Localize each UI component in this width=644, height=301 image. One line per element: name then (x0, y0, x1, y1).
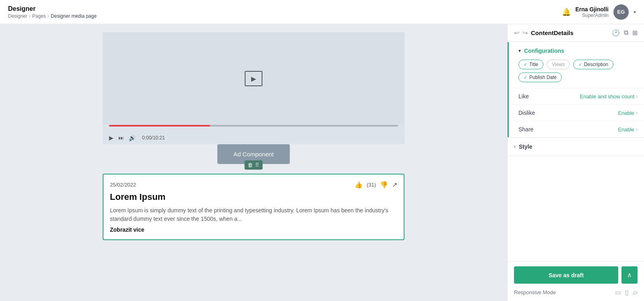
avatar[interactable]: EG (613, 4, 629, 20)
pill-views[interactable]: Views (547, 60, 570, 69)
save-row: Save as draft ∧ (514, 266, 638, 284)
pill-title-check-icon: ✓ (524, 62, 527, 67)
share-config-row[interactable]: Share Enable › (512, 121, 644, 137)
article-actions: 👍 (31) 👎 ↗ (355, 181, 397, 189)
ad-component-label: Ad Component (233, 151, 274, 158)
redo-button[interactable]: ↪ (522, 29, 528, 37)
volume-icon[interactable]: 🔊 (129, 135, 136, 141)
ad-actions: 🗑 ⠿ (244, 160, 262, 170)
pill-title-label: Title (529, 62, 538, 67)
content-area: ▶ ▶ ⏭ 🔊 0:00/10:21 Ad Component 🗑 ⠿ (0, 24, 507, 301)
video-controls: ▶ ⏭ 🔊 0:00/10:21 (103, 131, 405, 144)
breadcrumb-current: Designer media page (51, 13, 97, 19)
share-label: Share (518, 126, 533, 133)
ad-component: Ad Component 🗑 ⠿ (217, 144, 290, 164)
pill-description[interactable]: ✓ Description (573, 60, 613, 69)
right-panel: ↩ ↪ ContentDetails 🕐 ⧉ ⊞ ▾ Configur (507, 24, 644, 301)
panel-header-icons: 🕐 ⧉ ⊞ (612, 29, 638, 37)
video-player: ▶ ▶ ⏭ 🔊 0:00/10:21 (103, 32, 405, 144)
play-pause-button[interactable]: ▶ (109, 135, 114, 141)
dislike-value: Enable (618, 110, 634, 116)
configurations-title: Configurations (524, 48, 564, 54)
main-layout: ▶ ▶ ⏭ 🔊 0:00/10:21 Ad Component 🗑 ⠿ (0, 24, 644, 301)
ad-delete-icon[interactable]: 🗑 (248, 162, 253, 168)
pill-publish-date[interactable]: ✓ Publish Date (518, 73, 562, 82)
mobile-icon[interactable]: ▱ (633, 289, 638, 296)
panel-header: ↩ ↪ ContentDetails 🕐 ⧉ ⊞ (508, 24, 644, 42)
like-label: Like (518, 93, 529, 100)
breadcrumb-designer[interactable]: Designer (8, 13, 27, 19)
desktop-icon[interactable]: ▭ (615, 289, 621, 296)
style-title: Style (519, 143, 532, 150)
progress-fill (109, 125, 210, 127)
user-role: SuperAdmin (582, 12, 609, 18)
configurations-section: ▾ Configurations ✓ Title Views (508, 42, 644, 138)
configurations-header[interactable]: ▾ Configurations (512, 42, 644, 60)
pill-views-label: Views (552, 62, 565, 67)
like-config-row[interactable]: Like Enable and show count › (512, 88, 644, 104)
like-count: (31) (367, 182, 376, 188)
grid-icon[interactable]: ⊞ (632, 29, 638, 37)
user-dropdown-arrow[interactable]: ▾ (634, 9, 636, 15)
config-pills: ✓ Title Views ✓ Description ✓ (512, 60, 644, 88)
panel-title: ContentDetails (531, 29, 574, 36)
responsive-icons: ▭ ▯ ▱ (615, 289, 638, 296)
style-section[interactable]: › Style (508, 138, 644, 156)
dislike-label: Dislike (518, 110, 535, 116)
video-play-large-icon[interactable]: ▶ (245, 71, 262, 86)
like-value: Enable and show count (580, 93, 634, 100)
dislike-row-arrow-icon: › (636, 110, 638, 116)
panel-body: ▾ Configurations ✓ Title Views (508, 42, 644, 261)
video-progress (103, 125, 405, 131)
pill-publish-date-label: Publish Date (529, 75, 557, 80)
bottom-actions: Save as draft ∧ Responsive Mode ▭ ▯ ▱ (508, 261, 644, 301)
share-icon[interactable]: ↗ (392, 181, 397, 189)
video-screen[interactable]: ▶ (103, 32, 405, 125)
dislike-config-row[interactable]: Dislike Enable › (512, 104, 644, 121)
article-title: Lorem Ipsum (110, 192, 397, 202)
share-value: Enable (618, 127, 634, 133)
article-meta: 25/02/2022 👍 (31) 👎 ↗ (110, 181, 397, 189)
breadcrumb-sep2: › (47, 13, 49, 19)
style-collapse-icon: › (514, 144, 516, 149)
article-body: Lorem Ipsum is simply dummy text of the … (110, 206, 397, 223)
user-info: Erna Gjinolli SuperAdmin (576, 6, 609, 18)
undo-button[interactable]: ↩ (514, 29, 519, 37)
history-icon[interactable]: 🕐 (612, 29, 620, 37)
topbar-left: Designer Designer › Pages › Designer med… (8, 5, 97, 19)
user-name: Erna Gjinolli (576, 6, 609, 12)
topbar: Designer Designer › Pages › Designer med… (0, 0, 644, 24)
breadcrumb-pages[interactable]: Pages (32, 13, 46, 19)
video-time: 0:00/10:21 (142, 135, 165, 141)
like-icon[interactable]: 👍 (355, 181, 363, 189)
breadcrumb-sep1: › (29, 13, 31, 19)
responsive-mode-label: Responsive Mode (514, 289, 556, 295)
share-row-arrow-icon: › (636, 127, 638, 132)
config-accent-bar (508, 42, 509, 137)
progress-bar[interactable] (109, 125, 398, 127)
layers-icon[interactable]: ⧉ (624, 29, 628, 37)
collapse-panel-button[interactable]: ∧ (621, 266, 638, 284)
breadcrumb: Designer › Pages › Designer media page (8, 13, 97, 19)
ad-component-wrapper: Ad Component 🗑 ⠿ (103, 144, 405, 164)
skip-forward-button[interactable]: ⏭ (118, 135, 124, 141)
like-row-arrow-icon: › (636, 93, 638, 99)
topbar-right: 🔔 Erna Gjinolli SuperAdmin EG ▾ (562, 4, 636, 20)
save-draft-button[interactable]: Save as draft (514, 266, 618, 284)
app-title: Designer (8, 5, 97, 12)
pill-description-check-icon: ✓ (578, 62, 582, 67)
responsive-row: Responsive Mode ▭ ▯ ▱ (514, 289, 638, 296)
panel-header-left: ↩ ↪ ContentDetails (514, 29, 574, 37)
article-card: 25/02/2022 👍 (31) 👎 ↗ Lorem Ipsum Lorem … (103, 174, 405, 240)
style-header: › Style (514, 143, 638, 150)
pill-description-label: Description (584, 62, 608, 67)
configurations-collapse-icon: ▾ (518, 48, 521, 54)
notification-bell-icon[interactable]: 🔔 (562, 8, 571, 17)
ad-drag-icon[interactable]: ⠿ (255, 162, 259, 168)
dislike-icon[interactable]: 👎 (380, 181, 388, 189)
pill-title[interactable]: ✓ Title (518, 60, 543, 69)
article-date: 25/02/2022 (110, 182, 136, 188)
read-more-link[interactable]: Zobrazit vice (110, 226, 397, 233)
tablet-icon[interactable]: ▯ (625, 289, 629, 296)
pill-publish-date-check-icon: ✓ (524, 75, 527, 80)
